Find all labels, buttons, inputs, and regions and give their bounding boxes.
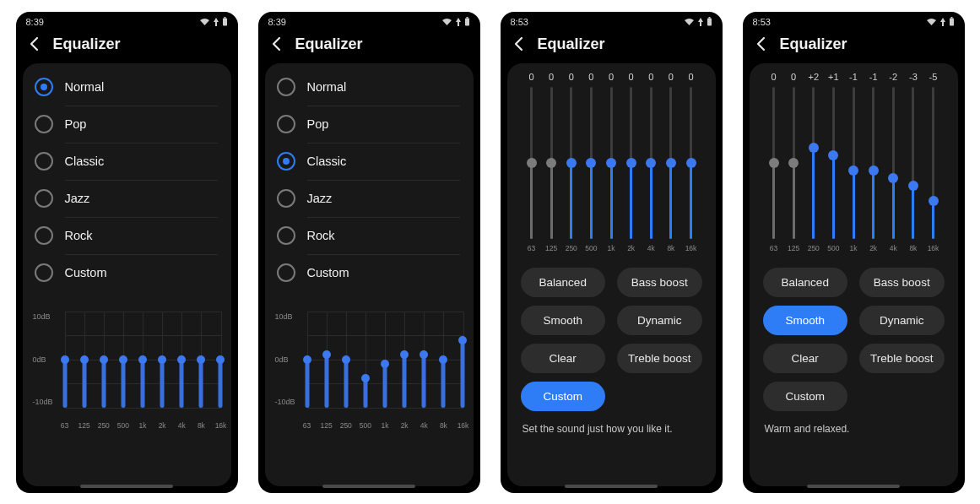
preset-row-pop[interactable]: Pop <box>28 106 226 143</box>
eq-value: -1 <box>866 72 881 82</box>
preset-row-normal[interactable]: Normal <box>28 68 226 106</box>
slider-knob[interactable] <box>586 158 596 168</box>
x-tick-label: 16k <box>215 421 227 430</box>
chip-clear[interactable]: Clear <box>521 344 606 373</box>
eq-slider[interactable] <box>624 87 639 239</box>
slider-knob[interactable] <box>626 158 636 168</box>
slider-knob[interactable] <box>848 165 858 176</box>
slider-knob[interactable] <box>527 158 537 168</box>
preset-row-jazz[interactable]: Jazz <box>270 180 468 217</box>
back-icon[interactable] <box>753 35 770 52</box>
nav-pill[interactable] <box>322 485 415 488</box>
x-tick-label: 8k <box>440 421 447 430</box>
phone-frame: 8:39 EqualizerNormalPopClassicJazzRockCu… <box>258 12 480 493</box>
x-tick-label: 4k <box>420 421 428 430</box>
eq-slider[interactable] <box>885 87 901 239</box>
chip-clear[interactable]: Clear <box>763 344 848 373</box>
x-tick-label: 16k <box>458 421 469 430</box>
slider-knob[interactable] <box>769 158 779 168</box>
status-bar: 8:39 <box>258 12 480 29</box>
eq-knob <box>61 355 69 364</box>
slider-knob[interactable] <box>788 158 799 168</box>
preset-row-custom[interactable]: Custom <box>28 254 226 291</box>
eq-slider[interactable] <box>846 87 861 239</box>
preset-row-pop[interactable]: Pop <box>270 106 468 143</box>
slider-knob[interactable] <box>809 143 819 153</box>
chip-smooth[interactable]: Smooth <box>763 306 848 335</box>
preset-list: NormalPopClassicJazzRockCustom <box>265 63 474 293</box>
eq-freq-label: 500 <box>583 244 598 252</box>
svg-rect-3 <box>466 17 468 19</box>
chip-dynamic[interactable]: Dynamic <box>617 306 702 335</box>
eq-slider[interactable] <box>786 87 801 239</box>
slider-knob[interactable] <box>566 158 577 168</box>
eq-freq-label: 125 <box>544 244 559 252</box>
y-tick-label: -10dB <box>33 398 53 406</box>
preset-row-rock[interactable]: Rock <box>28 217 226 254</box>
preset-row-normal[interactable]: Normal <box>270 68 468 106</box>
chip-treble-boost[interactable]: Treble boost <box>617 344 702 373</box>
status-icons <box>684 17 712 26</box>
back-icon[interactable] <box>26 35 43 52</box>
preset-row-jazz[interactable]: Jazz <box>28 180 226 217</box>
x-tick-label: 500 <box>117 421 129 430</box>
nav-pill[interactable] <box>565 485 658 488</box>
slider-knob[interactable] <box>888 173 898 183</box>
eq-slider[interactable] <box>663 87 679 239</box>
slider-knob[interactable] <box>606 158 616 168</box>
eq-knob <box>303 355 311 364</box>
chip-bass-boost[interactable]: Bass boost <box>859 268 945 297</box>
x-tick-label: 63 <box>61 421 68 430</box>
slider-knob[interactable] <box>646 158 656 168</box>
eq-slider[interactable] <box>926 87 941 239</box>
eq-slider[interactable] <box>684 87 699 239</box>
nav-pill[interactable] <box>80 485 173 488</box>
eq-slider[interactable] <box>604 87 619 239</box>
chip-treble-boost[interactable]: Treble boost <box>859 344 945 373</box>
preset-row-classic[interactable]: Classic <box>28 143 226 180</box>
eq-knob <box>361 374 370 382</box>
chip-dynamic[interactable]: Dynamic <box>859 306 945 335</box>
slider-knob[interactable] <box>666 158 676 168</box>
eq-value: 0 <box>786 72 801 82</box>
eq-slider[interactable] <box>906 87 921 239</box>
eq-slider[interactable] <box>564 87 579 239</box>
status-icons <box>441 17 470 26</box>
eq-freq-label: 500 <box>826 244 841 252</box>
eq-slider[interactable] <box>826 87 841 239</box>
preset-label: Pop <box>65 117 87 131</box>
chip-smooth[interactable]: Smooth <box>521 306 606 335</box>
eq-knob <box>177 355 186 364</box>
preset-label: Rock <box>307 229 335 242</box>
slider-knob[interactable] <box>908 181 918 191</box>
eq-slider[interactable] <box>866 87 881 239</box>
slider-knob[interactable] <box>686 158 696 168</box>
eq-freq-row: 631252505001k2k4k8k16k <box>522 239 701 252</box>
slider-knob[interactable] <box>869 165 879 176</box>
eq-value: 0 <box>624 72 639 82</box>
chip-bass-boost[interactable]: Bass boost <box>617 268 702 297</box>
eq-slider[interactable] <box>766 87 782 239</box>
eq-freq-label: 1k <box>846 244 861 252</box>
preset-row-rock[interactable]: Rock <box>270 217 468 254</box>
eq-slider[interactable] <box>524 87 539 239</box>
eq-slider[interactable] <box>544 87 559 239</box>
eq-slider[interactable] <box>643 87 658 239</box>
eq-freq-label: 250 <box>806 244 821 252</box>
preset-row-custom[interactable]: Custom <box>270 254 468 291</box>
eq-slider[interactable] <box>806 87 821 239</box>
back-icon[interactable] <box>511 35 528 52</box>
eq-value: +2 <box>806 72 821 82</box>
eq-slider[interactable] <box>583 87 598 239</box>
slider-knob[interactable] <box>929 196 939 206</box>
chip-custom[interactable]: Custom <box>763 382 848 411</box>
back-icon[interactable] <box>268 35 285 52</box>
y-tick-label: 10dB <box>33 312 51 321</box>
chip-balanced[interactable]: Balanced <box>763 268 848 297</box>
slider-knob[interactable] <box>828 150 838 160</box>
preset-row-classic[interactable]: Classic <box>270 143 468 180</box>
nav-pill[interactable] <box>807 485 900 488</box>
slider-knob[interactable] <box>546 158 556 168</box>
chip-balanced[interactable]: Balanced <box>521 268 606 297</box>
chip-custom[interactable]: Custom <box>521 382 606 411</box>
